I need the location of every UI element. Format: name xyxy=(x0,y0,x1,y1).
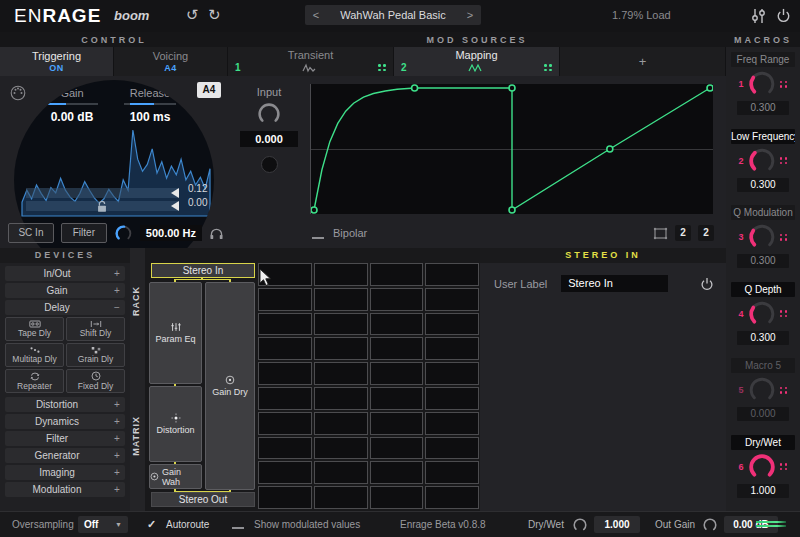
tab-voicing[interactable]: Voicing A4 xyxy=(114,47,228,76)
show-modulated-label[interactable]: Show modulated values xyxy=(254,519,360,530)
matrix-cell[interactable] xyxy=(370,486,424,509)
input-value[interactable]: 0.000 xyxy=(240,131,298,147)
matrix-cell[interactable] xyxy=(425,362,479,385)
macro-4-value[interactable]: 0.300 xyxy=(737,331,789,345)
plus-icon[interactable]: + xyxy=(639,54,647,69)
expand-icon[interactable]: + xyxy=(109,268,125,279)
matrix-cell[interactable] xyxy=(425,288,479,311)
rack-device-param-eq[interactable]: Param Eq xyxy=(149,282,202,384)
matrix-cell[interactable] xyxy=(425,486,479,509)
transient-drag-handle-icon[interactable] xyxy=(378,64,386,71)
settings-sliders-icon[interactable] xyxy=(750,8,767,24)
matrix-cell[interactable] xyxy=(425,263,479,286)
curve-node[interactable] xyxy=(412,85,418,91)
macro-2-drag-handle-icon[interactable] xyxy=(780,157,788,164)
macro-5-drag-handle-icon[interactable] xyxy=(780,387,788,394)
device-grain-dly[interactable]: Grain Dly xyxy=(66,343,125,367)
matrix-cell[interactable] xyxy=(370,362,424,385)
grid-y-steps[interactable]: 2 xyxy=(698,225,714,241)
drywet-knob[interactable] xyxy=(572,517,588,533)
curve-node[interactable] xyxy=(707,85,713,91)
macro-1-label[interactable]: Freq Range xyxy=(731,52,795,67)
lock-open-icon[interactable] xyxy=(95,200,109,213)
curve-node[interactable] xyxy=(311,207,317,213)
expand-icon[interactable]: + xyxy=(109,484,125,495)
curve-node[interactable] xyxy=(509,85,515,91)
macro-6-value[interactable]: 1.000 xyxy=(737,484,789,498)
preset-selector[interactable]: < WahWah Pedal Basic > xyxy=(305,5,481,25)
matrix-cell[interactable] xyxy=(370,313,424,336)
mapping-curve-editor[interactable] xyxy=(310,84,713,214)
matrix-cell[interactable] xyxy=(258,412,312,435)
matrix-cell[interactable] xyxy=(370,412,424,435)
threshold-high-value[interactable]: 0.12 xyxy=(188,183,224,194)
matrix-cell[interactable] xyxy=(370,288,424,311)
device-shift-dly[interactable]: Shift Dly xyxy=(66,317,125,341)
macro-3-knob[interactable] xyxy=(747,222,777,252)
macro-3-value[interactable]: 0.300 xyxy=(737,254,789,268)
device-category-dynamics[interactable]: Dynamics+ xyxy=(5,414,125,429)
filter-button[interactable]: Filter xyxy=(61,223,107,243)
expand-icon[interactable]: + xyxy=(109,285,125,296)
matrix-cell[interactable] xyxy=(425,461,479,484)
tab-mapping[interactable]: Mapping 2 xyxy=(394,47,560,76)
matrix-cell[interactable] xyxy=(258,437,312,460)
drywet-value[interactable]: 1.000 xyxy=(594,516,640,533)
macro-6-drag-handle-icon[interactable] xyxy=(780,463,788,470)
matrix-cell[interactable] xyxy=(314,288,368,311)
macro-4-drag-handle-icon[interactable] xyxy=(780,310,788,317)
matrix-cell[interactable] xyxy=(314,412,368,435)
gain-slider[interactable] xyxy=(46,103,98,105)
expand-icon[interactable]: + xyxy=(109,450,125,461)
autoroute-label[interactable]: Autoroute xyxy=(166,519,209,530)
device-power-icon[interactable] xyxy=(700,277,714,291)
curve-node[interactable] xyxy=(509,207,515,213)
macro-3-drag-handle-icon[interactable] xyxy=(780,234,788,241)
matrix-cell[interactable] xyxy=(258,313,312,336)
macro-4-label[interactable]: Q Depth xyxy=(731,282,795,297)
matrix-cell[interactable] xyxy=(314,337,368,360)
matrix-cell[interactable] xyxy=(314,362,368,385)
autoroute-checkbox[interactable]: ✓ xyxy=(147,518,156,531)
device-repeater[interactable]: Repeater xyxy=(5,369,64,393)
show-modulated-checkbox[interactable] xyxy=(232,518,244,529)
matrix-cell[interactable] xyxy=(370,437,424,460)
matrix-cell[interactable] xyxy=(370,461,424,484)
matrix-cell[interactable] xyxy=(314,461,368,484)
macro-6-label[interactable]: Dry/Wet xyxy=(731,435,795,450)
device-category-filter[interactable]: Filter+ xyxy=(5,431,125,446)
device-category-inout[interactable]: In/Out+ xyxy=(5,266,125,281)
threshold-low-marker[interactable] xyxy=(171,201,179,211)
macro-5-label[interactable]: Macro 5 xyxy=(731,358,795,373)
matrix-cell[interactable] xyxy=(314,263,368,286)
macro-4-knob[interactable] xyxy=(747,299,777,329)
bipolar-checkbox[interactable] xyxy=(312,228,324,239)
matrix-cell[interactable] xyxy=(370,263,424,286)
macro-3-label[interactable]: Q Modulation xyxy=(731,205,795,220)
rack-device-distortion[interactable]: Distortion xyxy=(149,386,202,462)
matrix-cell[interactable] xyxy=(314,437,368,460)
macro-2-value[interactable]: 0.300 xyxy=(737,178,789,192)
device-fixed-dly[interactable]: Fixed Dly xyxy=(66,369,125,393)
release-value[interactable]: 100 ms xyxy=(118,110,182,124)
rack-device-gain-wah[interactable]: Gain Wah xyxy=(149,464,202,489)
macro-5-knob[interactable] xyxy=(747,375,777,405)
oversampling-dropdown[interactable]: Off ▼ xyxy=(78,516,128,533)
device-category-distortion[interactable]: Distortion+ xyxy=(5,397,125,412)
device-tape-dly[interactable]: Tape Dly xyxy=(5,317,64,341)
device-category-generator[interactable]: Generator+ xyxy=(5,448,125,463)
collapse-icon[interactable]: − xyxy=(109,302,125,313)
matrix-cell[interactable] xyxy=(258,387,312,410)
matrix-cell[interactable] xyxy=(425,412,479,435)
rack-node-stereo-out[interactable]: Stereo Out xyxy=(151,492,255,507)
matrix-cell[interactable] xyxy=(258,288,312,311)
device-category-modulation[interactable]: Modulation+ xyxy=(5,482,125,497)
user-label-input[interactable]: Stereo In xyxy=(561,275,668,292)
sc-in-button[interactable]: SC In xyxy=(8,223,54,243)
device-category-imaging[interactable]: Imaging+ xyxy=(5,465,125,480)
power-icon[interactable] xyxy=(776,8,791,23)
threshold-low-value[interactable]: 0.00 xyxy=(188,197,224,208)
preset-next-icon[interactable]: > xyxy=(459,9,481,21)
macro-1-drag-handle-icon[interactable] xyxy=(780,81,788,88)
threshold-high-marker[interactable] xyxy=(171,188,179,198)
